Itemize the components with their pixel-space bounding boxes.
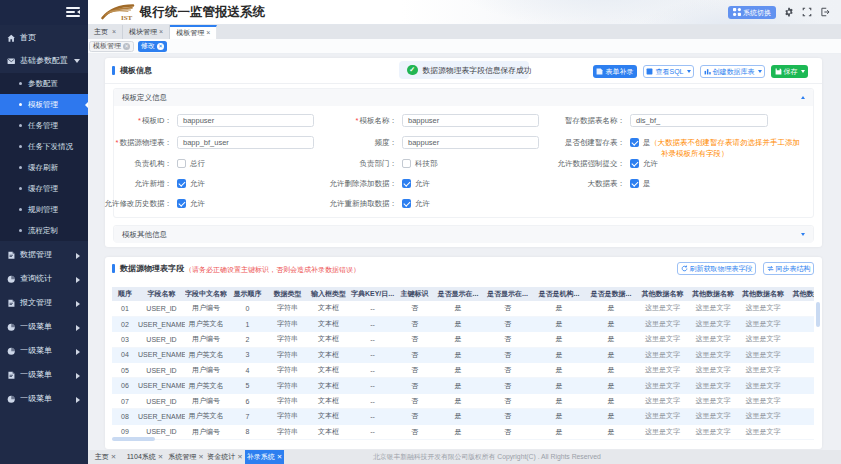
svg-text:IST: IST [121,14,133,22]
